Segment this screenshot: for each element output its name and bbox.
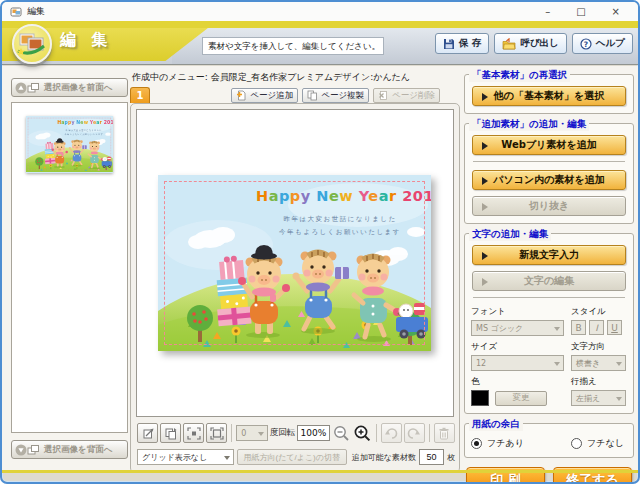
direction-label: 文字方向 bbox=[571, 341, 626, 353]
close-button[interactable]: × bbox=[612, 2, 620, 21]
text-color-swatch bbox=[471, 390, 489, 406]
rotate-left-button[interactable] bbox=[137, 423, 158, 443]
grid-display-select[interactable]: グリッド表示なし bbox=[137, 449, 234, 465]
thumbnail-card-preview[interactable]: Happy New Year 2019 昨年は大変お世話になりました 今年もよろ… bbox=[26, 116, 113, 173]
duplicate-page-icon bbox=[307, 90, 318, 101]
paper-margin-section: 用紙の余白 フチあり フチなし bbox=[464, 423, 634, 458]
divider bbox=[473, 297, 625, 298]
rotation-select: 0 bbox=[236, 425, 267, 441]
zoom-in-button[interactable] bbox=[353, 423, 372, 443]
view-toolbar: グリッド表示なし 用紙方向(たて/よこ)の切替 追加可能な素材数 枚 bbox=[137, 448, 455, 466]
scale-down-icon bbox=[187, 427, 201, 440]
current-menu-info: 作成中のメニュー: 会員限定_有名作家プレミアムデザイン:かんたん bbox=[132, 71, 410, 84]
rotate-right-icon bbox=[164, 427, 178, 440]
card-title: Happy New Year 2019 bbox=[256, 188, 424, 204]
save-icon bbox=[443, 38, 455, 50]
thumbnail-list[interactable]: Happy New Year 2019 昨年は大変お世話になりました 今年もよろ… bbox=[11, 102, 128, 433]
scale-up-button[interactable] bbox=[206, 423, 227, 443]
select-other-basic-material-button[interactable]: 他の「基本素材」を選択 bbox=[472, 86, 626, 106]
header-yellow-strip bbox=[2, 21, 638, 28]
triangle-icon bbox=[482, 142, 488, 150]
zoom-out-button[interactable] bbox=[332, 423, 351, 443]
text-direction-select: 横書き bbox=[571, 355, 626, 371]
basic-material-section: 「基本素材」の再選択 他の「基本素材」を選択 bbox=[464, 74, 634, 114]
zoom-in-icon bbox=[354, 425, 371, 442]
redo-button bbox=[404, 423, 425, 443]
new-text-input-button[interactable]: 新規文字入力 bbox=[472, 245, 626, 265]
minimize-button[interactable]: – bbox=[545, 2, 550, 21]
delete-page-icon bbox=[378, 90, 389, 101]
app-logo-icon bbox=[12, 24, 52, 64]
margin-without-radio[interactable]: フチなし bbox=[571, 437, 626, 450]
chevron-down-icon bbox=[554, 362, 560, 366]
down-arrow-layers-icon bbox=[15, 444, 41, 456]
page-tab-1[interactable]: 1 bbox=[130, 87, 150, 103]
add-web-material-button[interactable]: Webプリ素材を追加 bbox=[472, 135, 626, 155]
delete-page-button: ページ削除 bbox=[373, 88, 440, 103]
scale-up-icon bbox=[210, 427, 224, 440]
section-title: 用紙の余白 bbox=[469, 418, 523, 431]
radio-selected-icon bbox=[471, 438, 482, 449]
maximize-button[interactable]: □ bbox=[576, 2, 585, 21]
rotate-left-icon bbox=[141, 427, 155, 440]
additional-material-section: 「追加素材」の追加・編集 Webプリ素材を追加 パソコン内の素材を追加 切り抜き bbox=[464, 123, 634, 224]
chevron-down-icon bbox=[554, 327, 560, 331]
italic-button: I bbox=[589, 320, 604, 335]
app-icon bbox=[10, 6, 22, 18]
edit-text-button: 文字の編集 bbox=[472, 271, 626, 291]
style-label: スタイル bbox=[571, 306, 626, 318]
font-select: MS ゴシック bbox=[471, 320, 564, 336]
load-button[interactable]: 呼び出し bbox=[494, 33, 566, 54]
undo-icon bbox=[384, 427, 398, 439]
footer-accent-bar bbox=[2, 470, 638, 473]
move-image-back-button[interactable]: 選択画像を背面へ bbox=[11, 440, 128, 459]
underline-button: U bbox=[607, 320, 622, 335]
paper-orientation-button: 用紙方向(たて/よこ)の切替 bbox=[237, 449, 347, 465]
window-title: 編集 bbox=[27, 5, 45, 18]
section-title: 「追加素材」の追加・編集 bbox=[469, 118, 589, 131]
triangle-icon bbox=[482, 203, 488, 211]
edit-toolbar: 0 度回転 100% bbox=[137, 422, 455, 444]
materials-unit: 枚 bbox=[447, 452, 455, 463]
align-select: 左揃え bbox=[571, 390, 626, 406]
move-image-front-button[interactable]: 選択画像を前面へ bbox=[11, 78, 128, 97]
redo-icon bbox=[407, 427, 421, 439]
size-label: サイズ bbox=[471, 341, 564, 353]
radio-unselected-icon bbox=[571, 438, 582, 449]
scale-down-button[interactable] bbox=[183, 423, 204, 443]
chevron-down-icon bbox=[258, 432, 264, 436]
divider bbox=[473, 161, 625, 162]
header: 編 集 素材や文字を挿入して、編集してください。 保 存 呼び出し ? ヘルプ bbox=[2, 21, 638, 65]
help-icon: ? bbox=[580, 38, 592, 50]
add-page-icon bbox=[236, 90, 247, 101]
color-label: 色 bbox=[471, 376, 564, 388]
margin-with-radio[interactable]: フチあり bbox=[471, 437, 564, 450]
align-label: 行揃え bbox=[571, 376, 626, 388]
help-button[interactable]: ? ヘルプ bbox=[572, 33, 633, 54]
zoom-out-icon bbox=[333, 425, 350, 442]
canvas-page[interactable]: Happy New Year 2019 昨年は大変お世話になりました 今年もよろ… bbox=[136, 109, 454, 417]
zoom-level: 100% bbox=[297, 425, 330, 441]
save-button[interactable]: 保 存 bbox=[435, 33, 489, 54]
section-title: 「基本素材」の再選択 bbox=[469, 69, 570, 82]
text-section: 文字の追加・編集 新規文字入力 文字の編集 フォント MS ゴシック bbox=[464, 233, 634, 414]
guide-message: 素材や文字を挿入して、編集してください。 bbox=[202, 37, 384, 55]
triangle-icon bbox=[482, 252, 488, 260]
add-page-button[interactable]: ページ追加 bbox=[231, 88, 298, 103]
materials-count-input[interactable] bbox=[419, 449, 444, 465]
chevron-down-icon bbox=[224, 456, 230, 460]
chevron-down-icon bbox=[616, 397, 622, 401]
postcard[interactable]: Happy New Year 2019 昨年は大変お世話になりました 今年もよろ… bbox=[158, 175, 431, 351]
rotation-label: 度回転 bbox=[270, 427, 296, 439]
rotate-right-button[interactable] bbox=[160, 423, 181, 443]
triangle-icon bbox=[482, 177, 488, 185]
load-icon bbox=[502, 38, 516, 50]
content-area: 選択画像を前面へ bbox=[2, 66, 638, 470]
materials-label: 追加可能な素材数 bbox=[352, 452, 416, 463]
right-panel: 「基本素材」の再選択 他の「基本素材」を選択 「追加素材」の追加・編集 Webプ… bbox=[464, 74, 634, 484]
duplicate-page-button[interactable]: ページ複製 bbox=[302, 88, 369, 103]
chevron-down-icon bbox=[616, 362, 622, 366]
canvas-panel: Happy New Year 2019 昨年は大変お世話になりました 今年もよろ… bbox=[130, 103, 460, 473]
add-pc-material-button[interactable]: パソコン内の素材を追加 bbox=[472, 170, 626, 190]
cutout-button: 切り抜き bbox=[472, 196, 626, 216]
